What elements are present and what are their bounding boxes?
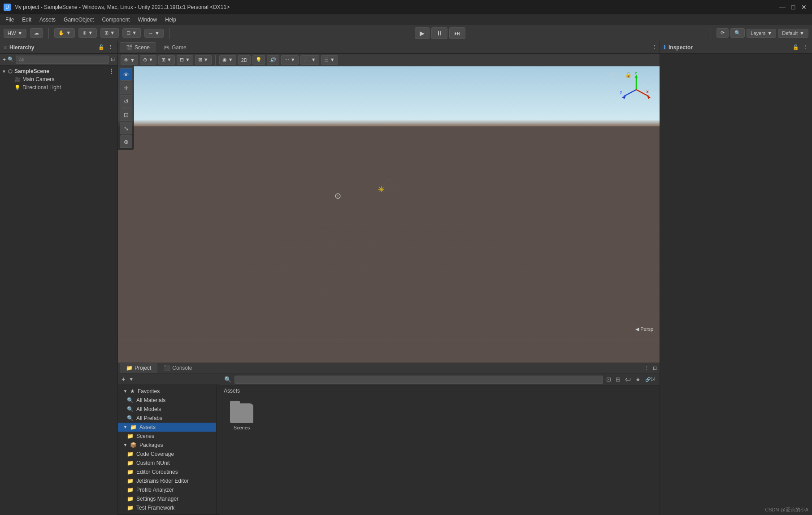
search-button[interactable]: 🔍: [730, 28, 745, 38]
move-tool-btn[interactable]: ✛: [120, 82, 132, 94]
project-all-models[interactable]: 🔍 All Models: [118, 405, 216, 414]
scenes-folder-label: Scenes: [234, 425, 250, 430]
inspector-more-icon[interactable]: ⋮: [802, 43, 808, 51]
hierarchy-search-input[interactable]: [16, 56, 109, 64]
hierarchy-search-extra[interactable]: ⊡: [111, 56, 115, 62]
scenes-folder-asset[interactable]: Scenes: [224, 400, 260, 434]
menu-file[interactable]: File: [2, 16, 17, 24]
scene-light-btn[interactable]: 💡: [252, 55, 265, 65]
asset-tool-4[interactable]: ★: [634, 375, 642, 384]
window-title: My project - SampleScene - Windows, Mac,…: [14, 4, 230, 10]
inspector-panel: ℹ Inspector 🔓 ⋮: [660, 41, 812, 515]
project-more-icon[interactable]: ⋮: [643, 364, 650, 372]
project-packages[interactable]: ▼ 📦 Packages: [118, 441, 216, 450]
scale-tool-btn[interactable]: ⊡: [120, 108, 132, 121]
scene-layout-tool[interactable]: ⊟ ▼: [177, 55, 193, 65]
tab-project[interactable]: 📁 Project: [120, 363, 157, 373]
all-prefabs-icon: 🔍: [127, 415, 134, 421]
scene-persp-label[interactable]: ◀ Persp: [635, 326, 653, 332]
scene-gizmo[interactable]: X Y Z: [618, 72, 654, 108]
history-button[interactable]: ⟳: [716, 28, 729, 38]
menu-gameobject[interactable]: GameObject: [60, 16, 97, 24]
pause-button[interactable]: ⏸: [431, 27, 447, 39]
scene-tabs-more[interactable]: ⋮: [651, 43, 658, 51]
hw-button[interactable]: HW ▼: [4, 29, 26, 38]
project-jetbrains[interactable]: 📁 JetBrains Rider Editor: [118, 476, 216, 485]
scene-fx-btn[interactable]: ⋯ ▼: [281, 55, 299, 65]
asset-tool-3[interactable]: 🏷: [624, 375, 632, 384]
scene-2d-btn[interactable]: 2D: [238, 55, 251, 65]
hierarchy-lock-icon[interactable]: 🔓: [97, 43, 105, 51]
scene-more-icon[interactable]: ⋮: [109, 68, 114, 74]
scene-camera-btn[interactable]: 🎥 ▼: [300, 55, 319, 65]
hierarchy-directional-light[interactable]: 💡 Directional Light: [0, 83, 117, 91]
scene-toolbar: 👁 ▼ ⊕ ▼ ⊞ ▼ ⊟ ▼ ⊠ ▼ ◉ ▼ 2D 💡 🔊 ⋯ ▼ 🎥 ▼ ☰…: [118, 54, 660, 66]
scene-audio-btn[interactable]: 🔊: [267, 55, 279, 65]
minimize-button[interactable]: —: [778, 3, 787, 12]
transform-tool-btn[interactable]: ⊕: [120, 135, 132, 148]
hand-tool[interactable]: ✋ ▼: [54, 28, 75, 38]
asset-tool-2[interactable]: ⊞: [614, 375, 622, 384]
default-dropdown[interactable]: Default ▼: [778, 29, 808, 38]
scene-view-tool[interactable]: 👁 ▼: [121, 55, 138, 65]
menu-component[interactable]: Component: [98, 16, 133, 24]
move-tool[interactable]: ⊕ ▼: [78, 28, 97, 38]
console-tab-icon: ⬛: [164, 365, 170, 371]
project-favorites[interactable]: ▼ ★ Favorites: [118, 387, 216, 396]
project-nav-icon[interactable]: ▼: [128, 376, 135, 383]
scene-menu-icon[interactable]: ≡: [611, 71, 615, 79]
scene-viewport[interactable]: .gl{stroke:#6a5a52;stroke-width:0.5;opac…: [118, 66, 660, 363]
project-sidebar: ▼ ★ Favorites 🔍 All Materials 🔍 All Mode…: [118, 385, 217, 514]
hierarchy-scene-root[interactable]: ▼ ⬡ SampleScene ⋮: [0, 67, 117, 75]
layers-dropdown[interactable]: Layers ▼: [747, 29, 776, 38]
rotate-tool-btn[interactable]: ↺: [120, 95, 132, 108]
main-toolbar: HW ▼ ☁ ✋ ▼ ⊕ ▼ ⊞ ▼ ⊟ ▼ ↔ ▼ ▶ ⏸ ⏭ ⟳ 🔍 Lay…: [0, 25, 812, 41]
scene-transform-tool[interactable]: ⊕ ▼: [140, 55, 156, 65]
play-button[interactable]: ▶: [415, 27, 430, 39]
project-custom-nunit[interactable]: 📁 Custom NUnit: [118, 459, 216, 467]
asset-tool-1[interactable]: ⊡: [605, 375, 612, 384]
hierarchy-header: ≡ Hierarchy 🔓 ⋮: [0, 41, 117, 54]
rect-tool-btn[interactable]: ⤡: [120, 122, 132, 134]
project-assets-root[interactable]: ▼ 📁 Assets: [118, 423, 216, 432]
tab-game[interactable]: 🎮 Game: [157, 43, 193, 52]
scale-tool[interactable]: ⊟ ▼: [122, 28, 141, 38]
step-button[interactable]: ⏭: [449, 27, 465, 39]
menu-window[interactable]: Window: [134, 16, 161, 24]
project-scenes[interactable]: 📁 Scenes: [118, 432, 216, 441]
cloud-button[interactable]: ☁: [30, 28, 43, 38]
project-add-icon[interactable]: +: [121, 375, 126, 384]
scene-pivot-tool[interactable]: ⊞ ▼: [158, 55, 175, 65]
rotate-pivot-tool[interactable]: ⊞ ▼: [100, 28, 119, 38]
project-all-materials[interactable]: 🔍 All Materials: [118, 396, 216, 405]
project-popout-icon[interactable]: ⊡: [652, 364, 658, 372]
scene-gizmo-btn[interactable]: ☰ ▼: [321, 55, 338, 65]
grid-svg: .gl{stroke:#6a5a52;stroke-width:0.5;opac…: [118, 179, 660, 363]
hierarchy-more-icon[interactable]: ⋮: [107, 43, 114, 51]
scene-snap-tool[interactable]: ⊠ ▼: [195, 55, 212, 65]
close-button[interactable]: ✕: [799, 3, 808, 12]
favorites-arrow: ▼: [123, 389, 127, 394]
scene-render-btn[interactable]: ◉ ▼: [219, 55, 236, 65]
project-all-prefabs[interactable]: 🔍 All Prefabs: [118, 414, 216, 423]
project-editor-coroutines[interactable]: 📁 Editor Coroutines: [118, 467, 216, 476]
center-area: 🎬 Scene 🎮 Game ⋮ 👁 ▼ ⊕ ▼ ⊞ ▼ ⊟ ▼ ⊠ ▼ ◉ ▼…: [118, 41, 660, 515]
menu-edit[interactable]: Edit: [18, 16, 35, 24]
inspector-lock-icon[interactable]: 🔓: [792, 43, 800, 51]
project-settings-manager[interactable]: 📁 Settings Manager: [118, 494, 216, 503]
transform-tool[interactable]: ↔ ▼: [144, 29, 164, 38]
watermark: CSDN @爱茶的小A: [765, 506, 808, 513]
project-profile-analyzer[interactable]: 📁 Profile Analyzer: [118, 485, 216, 494]
menu-assets[interactable]: Assets: [36, 16, 59, 24]
tab-scene[interactable]: 🎬 Scene: [120, 42, 156, 52]
project-code-coverage[interactable]: 📁 Code Coverage: [118, 450, 216, 459]
maximize-button[interactable]: □: [789, 3, 798, 12]
tab-console[interactable]: ⬛ Console: [157, 363, 198, 373]
view-tool-btn[interactable]: 👁: [120, 68, 132, 81]
project-test-framework[interactable]: 📁 Test Framework: [118, 503, 216, 512]
project-search-input[interactable]: [234, 376, 603, 384]
hierarchy-main-camera[interactable]: 🎥 Main Camera: [0, 75, 117, 83]
hierarchy-add-icon[interactable]: +: [3, 56, 6, 63]
assets-folder-icon: 📁: [130, 424, 137, 430]
menu-help[interactable]: Help: [161, 16, 180, 24]
